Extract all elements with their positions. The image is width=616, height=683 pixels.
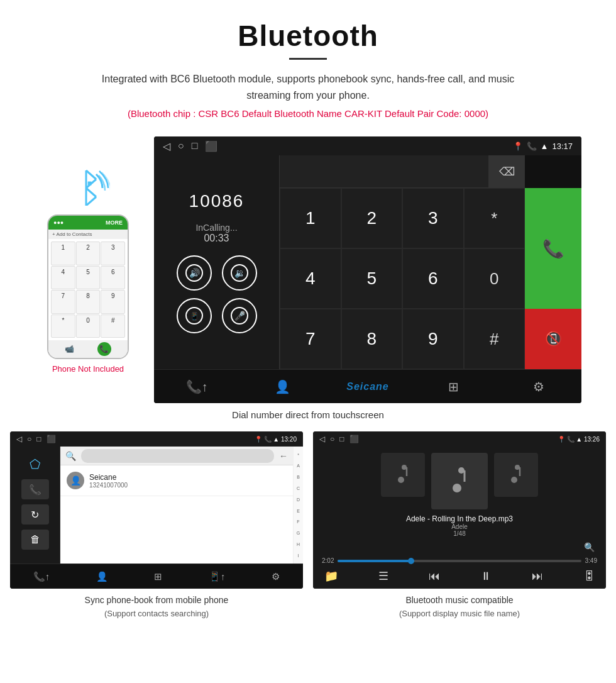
dial-key-9[interactable]: 9	[101, 290, 125, 314]
search-icon: 🔍	[65, 451, 76, 461]
accept-call-button[interactable]: 📞	[525, 188, 581, 309]
dialpad-nav-icon[interactable]: ⊞	[437, 373, 469, 401]
car-screen: ◁ ○ □ ⬛ 📍 📞 ▲ 13:17 10086 InCalling... 0…	[154, 136, 581, 403]
alpha-star[interactable]: *	[297, 453, 299, 457]
phone-not-included-label: Phone Not Included	[52, 364, 124, 374]
dial-key-9[interactable]: 9	[402, 309, 464, 369]
dial-key-6[interactable]: 6	[101, 266, 125, 290]
dial-key-8[interactable]: 8	[76, 290, 101, 314]
location-icon: 📍	[513, 142, 523, 151]
car-status-bar: ◁ ○ □ ⬛ 📍 📞 ▲ 13:17	[154, 136, 581, 155]
transfer-icon[interactable]: 📱↑	[209, 571, 226, 582]
call-log-nav-icon[interactable]: 📞↑	[181, 373, 212, 401]
search-icon[interactable]: 🔍	[584, 542, 595, 552]
volume-up-button[interactable]: 🔊	[177, 255, 212, 291]
phonebook-mini-screen: ◁ ○ □ ⬛ 📍 📞 ▲ 13:20 ⬠ 📞 ↻ 🗑	[10, 431, 303, 589]
svg-point-19	[453, 484, 461, 492]
end-call-button[interactable]: 📵	[525, 309, 581, 369]
dial-key-5[interactable]: 5	[341, 248, 403, 309]
dial-key-star[interactable]: *	[464, 188, 525, 248]
dial-key-3[interactable]: 3	[402, 188, 464, 248]
contacts-nav-icon[interactable]: 👤	[267, 373, 298, 401]
phone-status-bar: ●●●MORE	[48, 216, 128, 230]
call-controls-row-2: 📱 🎤	[177, 298, 257, 333]
phonebook-status-left: ◁ ○ □ ⬛	[16, 435, 56, 443]
svg-point-22	[511, 477, 517, 483]
bluetooth-sidebar-icon[interactable]: ⬠	[21, 454, 49, 474]
clock-display: 13:17	[552, 142, 573, 151]
contacts-icon[interactable]: 👤	[96, 571, 108, 582]
equalizer-icon[interactable]: 🎛	[583, 570, 595, 583]
album-art-right	[494, 453, 538, 497]
dial-key-0[interactable]: 0	[464, 248, 525, 309]
alpha-d[interactable]: D	[297, 497, 300, 502]
back-icon: ◁	[319, 435, 325, 443]
dial-key-4[interactable]: 4	[280, 248, 341, 309]
svg-text:🎤: 🎤	[234, 311, 245, 321]
dial-key-7[interactable]: 7	[51, 290, 75, 314]
bottom-row: ◁ ○ □ ⬛ 📍 📞 ▲ 13:20 ⬠ 📞 ↻ 🗑	[0, 431, 616, 620]
phone-call-button[interactable]: 📞	[97, 342, 111, 356]
dial-key-hash[interactable]: #	[101, 314, 125, 338]
music-progress-bar[interactable]	[338, 560, 581, 562]
dial-key-7[interactable]: 7	[280, 309, 341, 369]
contact-seicane[interactable]: 👤 Seicane 13241007000	[60, 465, 293, 496]
music-progress-fill	[338, 560, 410, 562]
dial-key-6[interactable]: 6	[402, 248, 464, 309]
folder-icon[interactable]: 📁	[324, 569, 338, 583]
bluetooth-waves-icon: ⬞	[66, 162, 110, 206]
svg-text:🔊: 🔊	[189, 268, 200, 279]
dial-key-8[interactable]: 8	[341, 309, 403, 369]
back-arrow-icon: ◁	[163, 140, 170, 152]
phonebook-nav-bar: 📞↑ 👤 ⊞ 📱↑ ⚙	[10, 564, 303, 589]
phone-bottom-bar: 📹 📞	[48, 340, 128, 358]
alpha-h[interactable]: H	[297, 542, 300, 547]
phone-sidebar-icon[interactable]: 📞	[21, 479, 49, 499]
play-pause-icon[interactable]: ⏸	[480, 570, 492, 583]
dialpad-icon[interactable]: ⊞	[154, 571, 162, 582]
call-status: InCalling... 00:33	[195, 223, 237, 244]
next-track-icon[interactable]: ⏭	[532, 570, 543, 583]
music-controls-row: 📁 ☰ ⏮ ⏸ ⏭ 🎛	[319, 569, 600, 583]
search-input[interactable]	[81, 449, 274, 463]
backspace-button[interactable]: ⌫	[488, 155, 525, 187]
playlist-icon[interactable]: ☰	[378, 569, 388, 583]
recent-icon: □	[192, 140, 198, 152]
dial-key-1[interactable]: 1	[280, 188, 341, 248]
alpha-c[interactable]: C	[297, 486, 300, 491]
music-status-left: ◁ ○ □ ⬛	[319, 435, 359, 443]
home-icon: ○	[27, 435, 31, 443]
alpha-i[interactable]: I	[298, 553, 299, 558]
dial-key-0[interactable]: 0	[76, 314, 101, 338]
music-caption: Bluetooth music compatible (Support disp…	[399, 594, 520, 620]
screenshot-icon: ⬛	[205, 140, 217, 152]
svg-line-4	[86, 197, 96, 206]
dial-key-4[interactable]: 4	[51, 266, 75, 290]
dial-key-2[interactable]: 2	[341, 188, 403, 248]
dial-key-star[interactable]: *	[51, 314, 75, 338]
alpha-e[interactable]: E	[297, 509, 300, 513]
settings-nav-icon[interactable]: ⚙	[523, 373, 554, 401]
music-album-row	[319, 453, 600, 509]
delete-sidebar-icon[interactable]: 🗑	[21, 530, 49, 550]
dial-key-2[interactable]: 2	[76, 242, 101, 265]
alpha-f[interactable]: F	[297, 519, 299, 524]
alpha-a[interactable]: A	[297, 464, 300, 468]
dial-key-1[interactable]: 1	[51, 242, 75, 265]
alpha-b[interactable]: B	[297, 475, 300, 479]
dial-caption: Dial number direct from touchscreen	[0, 409, 616, 420]
svg-text:🔉: 🔉	[234, 268, 245, 279]
car-status-left: ◁ ○ □ ⬛	[163, 140, 217, 152]
volume-down-button[interactable]: 🔉	[222, 255, 257, 291]
sync-sidebar-icon[interactable]: ↻	[21, 504, 49, 525]
dial-key-hash[interactable]: #	[464, 309, 525, 369]
dial-key-3[interactable]: 3	[101, 242, 125, 265]
mute-button[interactable]: 🎤	[222, 298, 257, 333]
settings-icon[interactable]: ⚙	[272, 571, 280, 582]
prev-track-icon[interactable]: ⏮	[429, 570, 440, 583]
dial-key-5[interactable]: 5	[76, 266, 101, 290]
home-icon: ○	[330, 435, 334, 443]
alpha-g[interactable]: G	[297, 531, 300, 535]
transfer-button[interactable]: 📱	[177, 298, 212, 333]
call-log-icon[interactable]: 📞↑	[33, 571, 50, 582]
